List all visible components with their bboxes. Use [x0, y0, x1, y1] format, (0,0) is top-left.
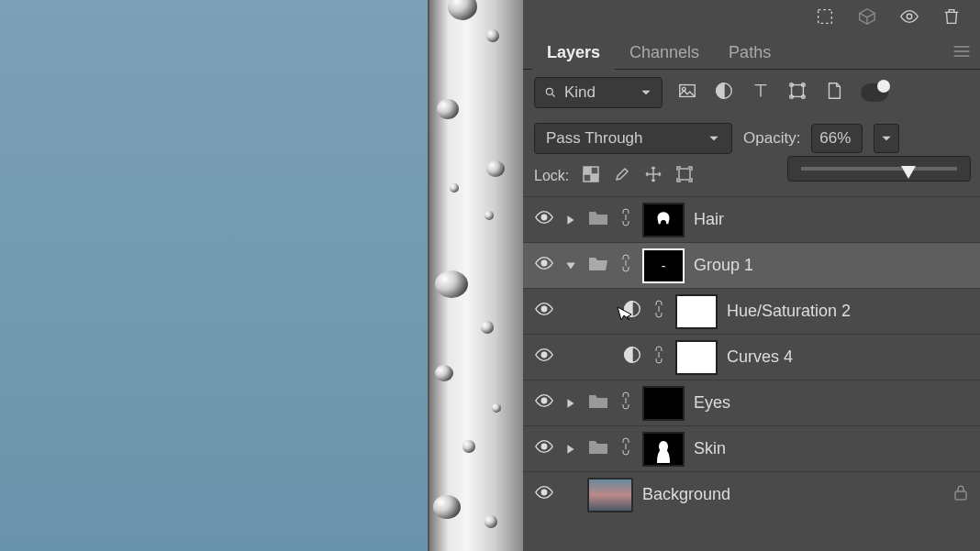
layer-background[interactable]: Background: [523, 471, 980, 517]
mask-thumbnail[interactable]: [642, 386, 685, 421]
svg-rect-29: [955, 491, 966, 500]
visibility-icon[interactable]: [534, 253, 554, 278]
filter-smartobject-icon[interactable]: [824, 81, 844, 105]
layer-name: Hair: [694, 210, 724, 229]
canvas-area[interactable]: [0, 0, 428, 551]
disclosure-icon[interactable]: [563, 260, 578, 271]
opacity-label: Opacity:: [743, 129, 800, 148]
svg-point-28: [541, 490, 547, 495]
selection-icon[interactable]: [815, 6, 835, 30]
link-icon[interactable]: [618, 391, 633, 415]
layer-hair[interactable]: Hair: [523, 196, 980, 242]
tab-layers[interactable]: Layers: [532, 37, 615, 70]
opacity-value[interactable]: 66%: [811, 124, 863, 153]
panel-menu-icon[interactable]: [952, 44, 971, 62]
svg-line-6: [552, 94, 555, 97]
svg-point-21: [541, 260, 547, 266]
mask-thumbnail[interactable]: [642, 432, 685, 467]
svg-rect-10: [792, 84, 804, 96]
layer-name: Group 1: [694, 256, 753, 275]
layer-curves[interactable]: Curves 4: [523, 334, 980, 380]
tab-paths[interactable]: Paths: [714, 37, 785, 70]
svg-point-24: [541, 352, 547, 358]
link-icon[interactable]: [618, 436, 633, 461]
layer-group1[interactable]: Group 1: [523, 242, 980, 288]
folder-icon: [587, 208, 609, 231]
folder-icon: [587, 437, 609, 460]
blend-mode-select[interactable]: Pass Through: [534, 123, 732, 154]
link-icon[interactable]: [618, 207, 633, 232]
mask-thumbnail[interactable]: [642, 248, 685, 283]
layer-name: Eyes: [694, 393, 730, 413]
svg-rect-17: [591, 167, 598, 174]
layers-panel: Layers Channels Paths Kind Pass Through …: [523, 0, 980, 551]
visibility-icon[interactable]: [534, 345, 554, 369]
filter-adjustment-icon[interactable]: [714, 81, 734, 105]
canvas-edge: [428, 0, 523, 551]
layer-name: Skin: [694, 439, 726, 458]
filter-shape-icon[interactable]: [787, 81, 807, 105]
visibility-icon[interactable]: [534, 482, 554, 507]
visibility-icon[interactable]: [534, 207, 554, 232]
lock-label: Lock:: [534, 168, 569, 184]
opacity-slider[interactable]: [787, 156, 971, 182]
lock-transparency-icon[interactable]: [582, 165, 600, 187]
svg-point-1: [907, 14, 912, 19]
layer-eyes[interactable]: Eyes: [523, 380, 980, 425]
filter-type-icon[interactable]: [751, 81, 771, 105]
visibility-icon[interactable]: [534, 391, 554, 415]
eye-icon[interactable]: [899, 6, 919, 30]
cursor-icon: [613, 305, 635, 327]
filter-pixel-icon[interactable]: [677, 81, 697, 105]
layer-name: Curves 4: [727, 347, 793, 367]
svg-rect-18: [584, 174, 591, 182]
filter-kind-label: Kind: [564, 83, 596, 102]
opacity-dropdown-button[interactable]: [874, 124, 899, 153]
svg-point-27: [541, 444, 547, 449]
visibility-icon[interactable]: [534, 436, 554, 461]
mask-thumbnail[interactable]: [675, 340, 718, 375]
layer-skin[interactable]: Skin: [523, 425, 980, 471]
mask-thumbnail[interactable]: [642, 203, 685, 237]
lock-artboard-icon[interactable]: [675, 165, 694, 187]
svg-rect-0: [819, 10, 832, 24]
adjustment-icon[interactable]: [622, 345, 642, 369]
lock-icon[interactable]: [952, 483, 969, 506]
tab-channels[interactable]: Channels: [615, 37, 714, 70]
folder-icon: [587, 391, 609, 414]
layer-hue-saturation[interactable]: Hue/Saturation 2: [523, 288, 980, 334]
link-icon[interactable]: [618, 253, 633, 278]
link-icon[interactable]: [651, 345, 666, 369]
disclosure-icon[interactable]: [563, 444, 578, 455]
mask-thumbnail[interactable]: [675, 294, 718, 329]
disclosure-icon[interactable]: [563, 215, 578, 226]
package-icon[interactable]: [857, 6, 877, 30]
filter-toggle[interactable]: [861, 83, 888, 102]
lock-brush-icon[interactable]: [613, 165, 631, 187]
lock-move-icon[interactable]: [644, 165, 663, 187]
folder-open-icon: [587, 254, 609, 277]
visibility-icon[interactable]: [534, 299, 554, 324]
layer-name: Background: [642, 485, 730, 504]
filter-kind-select[interactable]: Kind: [534, 77, 663, 108]
svg-rect-16: [591, 174, 598, 182]
svg-point-20: [541, 215, 547, 220]
svg-rect-19: [679, 169, 690, 180]
layer-thumbnail[interactable]: [587, 478, 633, 512]
svg-rect-15: [584, 167, 591, 174]
blend-mode-label: Pass Through: [546, 129, 643, 148]
layers-list: Hair Group 1 Hue/Saturation 2: [523, 196, 980, 551]
link-icon[interactable]: [651, 299, 666, 324]
svg-point-22: [541, 306, 547, 312]
trash-icon[interactable]: [941, 6, 962, 30]
disclosure-icon[interactable]: [563, 398, 578, 409]
svg-point-26: [541, 398, 547, 403]
layer-name: Hue/Saturation 2: [727, 302, 851, 321]
svg-point-5: [546, 88, 552, 94]
